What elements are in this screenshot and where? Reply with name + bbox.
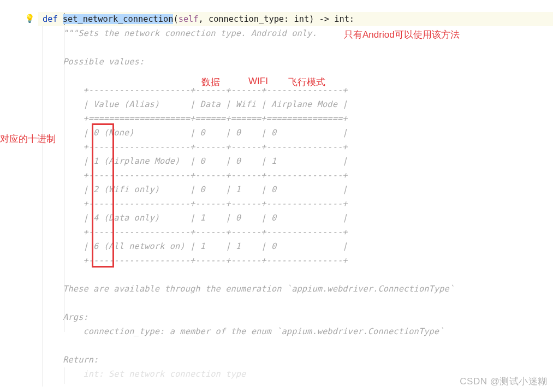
- annotation-box-value-column: [92, 123, 114, 268]
- annotation-col-airplane: 飞行模式: [288, 76, 325, 88]
- keyword-def: def: [43, 14, 63, 24]
- lightbulb-icon[interactable]: 💡: [25, 15, 35, 23]
- docstring-line: int: Set network connection type: [43, 367, 454, 381]
- annotation-decimal: 对应的十进制: [0, 133, 56, 145]
- function-name: set_network_connection: [63, 14, 174, 24]
- colon: :: [284, 14, 294, 24]
- docstring-blank: [43, 268, 454, 282]
- close-paren: ): [309, 14, 314, 24]
- docstring-line: These are available through the enumerat…: [43, 282, 454, 296]
- indent-guide: [43, 26, 43, 387]
- comma: ,: [199, 14, 209, 24]
- return-type: int: [334, 14, 349, 24]
- docstring-line: Possible values:: [43, 55, 454, 69]
- docstring-blank: [43, 338, 454, 353]
- end-colon: :: [349, 14, 354, 24]
- docstring-blank: [43, 40, 454, 55]
- param-name: connection_type: [209, 14, 284, 24]
- docstring-line: connection_type: a member of the enum `a…: [43, 324, 454, 338]
- function-signature[interactable]: def set_network_connection(self, connect…: [43, 12, 354, 26]
- param-type: int: [294, 14, 310, 24]
- watermark-text: CSDN @测试小迷糊: [460, 375, 548, 388]
- code-editor: 💡 def set_network_connection(self, conne…: [0, 0, 553, 392]
- indent-guide: [64, 26, 64, 332]
- docstring-blank: [43, 296, 454, 310]
- editor-gutter: [0, 0, 38, 392]
- annotation-col-data: 数据: [201, 76, 220, 88]
- annotation-col-wifi: WIFI: [248, 76, 268, 87]
- param-self: self: [179, 14, 199, 24]
- open-paren: (: [173, 14, 178, 24]
- docstring-line: Return:: [43, 353, 454, 367]
- arrow: ->: [314, 14, 334, 24]
- annotation-android-only: 只有Andriod可以使用该方法: [344, 28, 460, 41]
- indent-guide: [64, 367, 64, 384]
- docstring-line: Args:: [43, 310, 454, 324]
- table-header: | Value (Alias) | Data | Wifi | Airplane…: [43, 97, 454, 111]
